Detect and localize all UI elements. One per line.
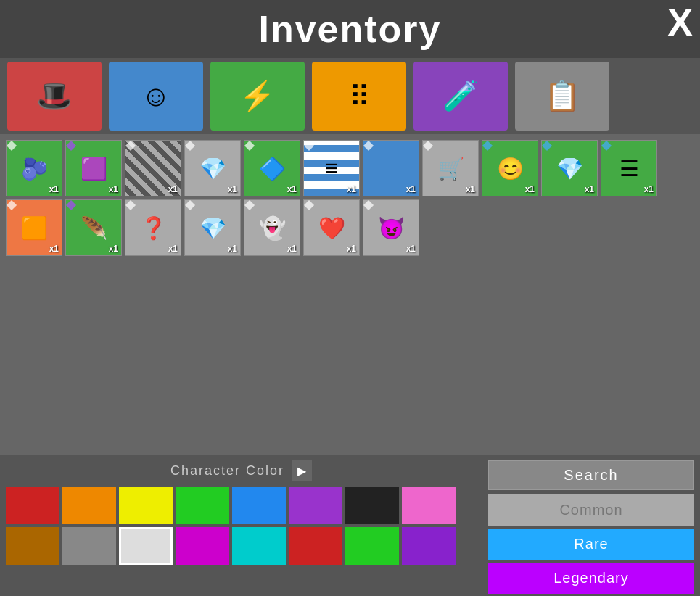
filter-buttons: CommonRareLegendary: [488, 494, 694, 596]
category-bar: 🎩☺⚡⠿🧪📋: [0, 58, 700, 134]
color-swatch[interactable]: [176, 527, 229, 565]
inventory-cell[interactable]: ❓x1: [125, 199, 181, 256]
close-button[interactable]: X: [667, 4, 693, 41]
inventory-cell[interactable]: 🫐x1: [6, 140, 62, 196]
color-swatch[interactable]: [6, 527, 59, 565]
inventory-cell[interactable]: 😈x1: [363, 199, 419, 256]
item-qty: x1: [49, 184, 59, 194]
color-swatch[interactable]: [119, 487, 173, 524]
item-qty: x1: [466, 184, 475, 194]
item-qty: x1: [644, 184, 654, 194]
char-color-label: Character Color: [170, 463, 284, 479]
color-swatch[interactable]: [232, 487, 286, 524]
item-qty: x1: [228, 184, 237, 194]
inventory-cell[interactable]: 🟧x1: [6, 199, 62, 256]
color-swatch[interactable]: [62, 527, 116, 565]
inventory-cell[interactable]: 🔷x1: [244, 140, 300, 196]
item-qty: x1: [347, 184, 356, 194]
inventory-cell[interactable]: x1: [125, 140, 181, 196]
category-hats[interactable]: 🎩: [7, 62, 102, 131]
color-swatch[interactable]: [119, 527, 173, 565]
item-qty: x1: [109, 184, 118, 194]
bottom-panel: Character Color ▶ Search CommonRareLegen…: [0, 455, 700, 596]
filter-button-legendary[interactable]: Legendary: [488, 563, 694, 594]
inventory-cell[interactable]: 💎x1: [541, 140, 598, 196]
play-button[interactable]: ▶: [292, 460, 312, 481]
color-swatch[interactable]: [6, 487, 59, 524]
char-color-title: Character Color ▶: [6, 460, 477, 481]
inventory-cell[interactable]: x1: [363, 140, 419, 196]
inventory-cell[interactable]: 💎x1: [184, 140, 241, 196]
filter-button-common[interactable]: Common: [488, 494, 694, 526]
color-swatch[interactable]: [402, 487, 456, 524]
color-swatch[interactable]: [289, 487, 342, 524]
filter-button-rare[interactable]: Rare: [488, 529, 694, 560]
inventory-cell[interactable]: ≡x1: [303, 140, 360, 196]
item-qty: x1: [49, 244, 59, 254]
inventory-cell[interactable]: 🟪x1: [65, 140, 122, 196]
character-color-panel: Character Color ▶: [0, 455, 482, 596]
inventory-cell[interactable]: ❤️x1: [303, 199, 360, 256]
inventory-cell[interactable]: 🪶x1: [65, 199, 122, 256]
item-qty: x1: [585, 184, 594, 194]
color-grid: [6, 487, 477, 565]
color-swatch[interactable]: [345, 487, 399, 524]
inventory-cell[interactable]: 🛒x1: [422, 140, 479, 196]
color-row-2: [6, 527, 477, 565]
item-qty: x1: [168, 184, 178, 194]
color-swatch[interactable]: [402, 527, 456, 565]
inventory-cell[interactable]: 😊x1: [482, 140, 538, 196]
inventory-cell[interactable]: 👻x1: [244, 199, 300, 256]
item-qty: x1: [109, 244, 118, 254]
inventory-area: 🫐x1🟪x1x1💎x1🔷x1≡x1x1🛒x1😊x1💎x1☰x1🟧x1🪶x1❓x1…: [0, 134, 700, 265]
category-tools[interactable]: ⚡: [210, 62, 305, 131]
item-qty: x1: [228, 244, 237, 254]
color-swatch[interactable]: [62, 487, 116, 524]
item-qty: x1: [347, 244, 356, 254]
inventory-cell[interactable]: 💎x1: [184, 199, 241, 256]
search-panel: Search CommonRareLegendary: [482, 455, 700, 596]
color-swatch[interactable]: [345, 527, 399, 565]
category-faces[interactable]: ☺: [109, 62, 203, 131]
color-swatch[interactable]: [289, 527, 342, 565]
item-qty: x1: [406, 184, 416, 194]
color-swatch[interactable]: [232, 527, 286, 565]
category-other[interactable]: 📋: [515, 62, 609, 131]
search-button[interactable]: Search: [488, 460, 694, 490]
category-textures[interactable]: ⠿: [312, 62, 406, 131]
item-qty: x1: [525, 184, 535, 194]
inventory-title: Inventory: [0, 7, 700, 51]
inventory-row-0: 🫐x1🟪x1x1💎x1🔷x1≡x1x1🛒x1😊x1💎x1☰x1: [6, 140, 694, 196]
color-swatch[interactable]: [176, 487, 229, 524]
item-qty: x1: [406, 244, 416, 254]
category-gear[interactable]: 🧪: [413, 62, 508, 131]
color-row-1: [6, 487, 477, 524]
item-qty: x1: [168, 244, 178, 254]
inventory-cell[interactable]: ☰x1: [601, 140, 657, 196]
inventory-header: Inventory X: [0, 0, 700, 58]
item-qty: x1: [287, 244, 297, 254]
inventory-row-1: 🟧x1🪶x1❓x1💎x1👻x1❤️x1😈x1: [6, 199, 694, 256]
item-qty: x1: [287, 184, 297, 194]
